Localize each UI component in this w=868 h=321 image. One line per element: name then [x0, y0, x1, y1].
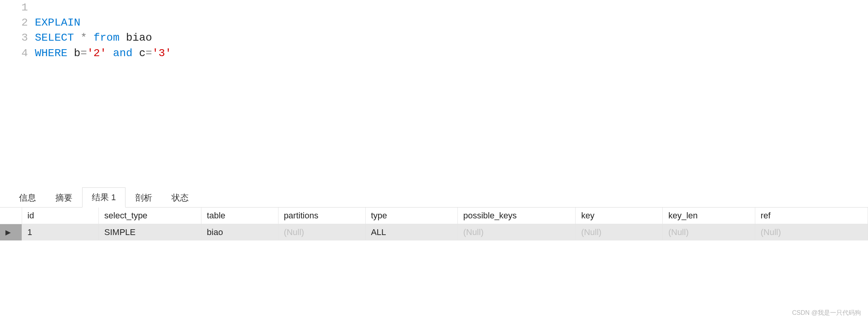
column-header-possible_keys[interactable]: possible_keys: [457, 208, 575, 224]
column-header-partitions[interactable]: partitions: [278, 208, 365, 224]
result-grid[interactable]: idselect_typetablepartitionstypepossible…: [0, 208, 868, 240]
column-header-table[interactable]: table: [201, 208, 278, 224]
tab-1[interactable]: 摘要: [46, 188, 82, 208]
column-header-key_len[interactable]: key_len: [663, 208, 755, 224]
column-header-id[interactable]: id: [22, 208, 99, 224]
line-number: 1: [0, 0, 35, 15]
tab-4[interactable]: 状态: [162, 188, 198, 208]
column-header-ref[interactable]: ref: [755, 208, 868, 224]
cell-key[interactable]: (Null): [576, 224, 663, 241]
tab-2[interactable]: 结果 1: [82, 187, 125, 208]
watermark: CSDN @我是一只代码狗: [792, 309, 861, 317]
cell-type[interactable]: ALL: [365, 224, 457, 241]
code-line[interactable]: 4WHERE b='2' and c='3': [0, 46, 868, 61]
column-header-select_type[interactable]: select_type: [99, 208, 201, 224]
line-number: 3: [0, 30, 35, 45]
code-content[interactable]: SELECT * from biao: [35, 30, 152, 45]
sql-editor[interactable]: 12EXPLAIN3SELECT * from biao4WHERE b='2'…: [0, 0, 868, 190]
column-header-key[interactable]: key: [576, 208, 663, 224]
cell-ref[interactable]: (Null): [755, 224, 868, 241]
cell-partitions[interactable]: (Null): [278, 224, 365, 241]
line-number: 2: [0, 15, 35, 30]
code-line[interactable]: 2EXPLAIN: [0, 15, 868, 30]
cell-select_type[interactable]: SIMPLE: [99, 224, 201, 241]
code-line[interactable]: 3SELECT * from biao: [0, 30, 868, 45]
cell-table[interactable]: biao: [201, 224, 278, 241]
cell-possible_keys[interactable]: (Null): [457, 224, 575, 241]
code-line[interactable]: 1: [0, 0, 868, 15]
tab-0[interactable]: 信息: [9, 188, 46, 208]
tab-3[interactable]: 剖析: [125, 188, 162, 208]
row-handle-header: [0, 208, 22, 224]
code-content[interactable]: WHERE b='2' and c='3': [35, 46, 172, 61]
row-marker-icon[interactable]: ▶: [0, 224, 22, 241]
cell-key_len[interactable]: (Null): [663, 224, 755, 241]
result-tabs: 信息摘要结果 1剖析状态: [0, 190, 868, 208]
cell-id[interactable]: 1: [22, 224, 99, 241]
column-header-type[interactable]: type: [365, 208, 457, 224]
table-row[interactable]: ▶1SIMPLEbiao(Null)ALL(Null)(Null)(Null)(…: [0, 224, 868, 241]
line-number: 4: [0, 46, 35, 61]
code-content[interactable]: EXPLAIN: [35, 15, 81, 30]
